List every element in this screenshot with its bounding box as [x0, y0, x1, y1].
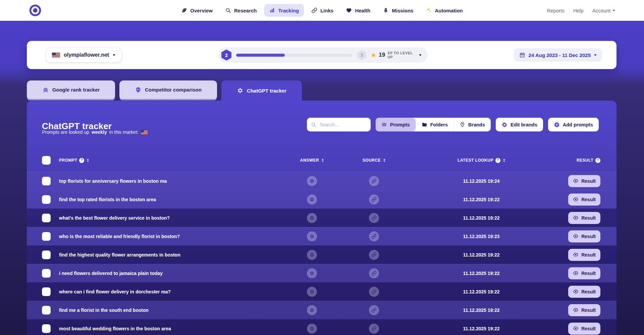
- chatgpt-answer-icon[interactable]: [307, 194, 317, 205]
- table-row: find the top rated florists in the bosto…: [27, 190, 616, 209]
- eye-icon: [573, 270, 579, 276]
- nav-item-research[interactable]: Research: [220, 4, 262, 17]
- chatgpt-answer-icon[interactable]: [307, 250, 317, 260]
- chatgpt-answer-icon[interactable]: [307, 268, 317, 278]
- row-checkbox[interactable]: [42, 287, 51, 296]
- table-row: find the highest quality flower arrangem…: [27, 245, 616, 264]
- row-checkbox[interactable]: [42, 214, 51, 222]
- col-header-prompt: PROMPT: [59, 158, 77, 163]
- col-header-latest-lookup: LATEST LOOKUP: [458, 158, 493, 163]
- nav-item-label: Missions: [392, 8, 413, 13]
- openai-icon: [237, 87, 244, 94]
- chatgpt-answer-icon[interactable]: [307, 324, 317, 334]
- result-button[interactable]: Result: [568, 323, 600, 335]
- row-checkbox[interactable]: [42, 232, 51, 241]
- reports-link[interactable]: Reports: [547, 8, 565, 13]
- source-link-icon[interactable]: [369, 231, 379, 241]
- eye-icon: [573, 215, 579, 221]
- source-link-icon[interactable]: [369, 250, 379, 260]
- main-nav: Overview Research Tracking Links Health …: [176, 0, 468, 21]
- source-link-icon[interactable]: [369, 305, 379, 315]
- brand-logo-icon[interactable]: [28, 3, 42, 17]
- eye-icon: [573, 307, 579, 313]
- view-folders[interactable]: Folders: [416, 118, 453, 131]
- result-button[interactable]: Result: [568, 230, 600, 242]
- prompt-text: where can i find flower delivery in dorc…: [57, 289, 283, 294]
- subtitle-prefix: Prompts are looked up: [42, 129, 89, 135]
- chatgpt-answer-icon[interactable]: [307, 231, 317, 241]
- help-icon[interactable]: ?: [79, 158, 84, 163]
- date-range-picker[interactable]: 24 Aug 2023 - 11 Dec 2025: [514, 48, 602, 62]
- account-menu[interactable]: Account: [592, 8, 615, 13]
- eye-icon: [573, 326, 579, 331]
- latest-lookup-time: 11.12.2025 19:22: [408, 215, 555, 221]
- help-icon[interactable]: ?: [495, 158, 500, 163]
- result-button[interactable]: Result: [568, 267, 600, 279]
- tab-google-rank-tracker[interactable]: Google rank tracker: [27, 80, 115, 99]
- nav-item-automation[interactable]: Automation: [421, 4, 468, 17]
- source-link-icon[interactable]: [369, 194, 379, 205]
- rank-chevrons-icon: [42, 87, 49, 93]
- search-input[interactable]: [319, 122, 367, 128]
- row-checkbox[interactable]: [42, 306, 51, 315]
- chatgpt-answer-icon[interactable]: [307, 305, 317, 315]
- result-button[interactable]: Result: [568, 249, 600, 261]
- source-link-icon[interactable]: [369, 268, 379, 278]
- rocket-icon: [383, 7, 389, 13]
- result-button[interactable]: Result: [568, 304, 600, 316]
- chatgpt-answer-icon[interactable]: [307, 176, 317, 186]
- pin-icon: [460, 122, 465, 127]
- nav-item-missions[interactable]: Missions: [378, 4, 418, 17]
- secondary-nav: Reports Help Account: [547, 0, 615, 21]
- view-prompts[interactable]: Prompts: [376, 118, 416, 131]
- domain-selector[interactable]: olympiaflower.net: [46, 48, 121, 62]
- row-checkbox[interactable]: [42, 195, 51, 204]
- select-all-checkbox[interactable]: [42, 156, 51, 165]
- add-prompts-button[interactable]: Add prompts: [548, 118, 599, 131]
- sort-toggle[interactable]: [87, 159, 89, 162]
- source-link-icon[interactable]: [369, 324, 379, 334]
- prompt-text: most beautiful wedding flowers in the bo…: [57, 326, 283, 331]
- sort-toggle[interactable]: [383, 159, 385, 162]
- tab-competitor-comparison[interactable]: Competitor comparison: [119, 80, 217, 99]
- nav-item-links[interactable]: Links: [306, 4, 338, 17]
- prompts-table-body: top florists for anniversary flowers in …: [27, 172, 616, 335]
- result-button[interactable]: Result: [568, 212, 600, 224]
- gear-icon: [501, 122, 507, 128]
- help-icon[interactable]: ?: [595, 158, 600, 163]
- sort-toggle[interactable]: [503, 159, 505, 162]
- prompt-text: i need flowers delivered to jamaica plai…: [57, 271, 283, 276]
- page-subtitle: Prompts are looked up weekly in this mar…: [42, 129, 148, 135]
- sort-toggle[interactable]: [322, 159, 324, 162]
- eye-icon: [573, 252, 579, 258]
- nav-item-label: Links: [320, 8, 333, 13]
- source-link-icon[interactable]: [369, 287, 379, 297]
- xp-progress-widget[interactable]: 2 3 ★ 19 XP TO LEVEL UP: [218, 47, 428, 63]
- nav-item-overview[interactable]: Overview: [176, 4, 218, 17]
- result-button[interactable]: Result: [568, 175, 600, 187]
- subtitle-suffix: in this market:: [109, 129, 139, 135]
- source-link-icon[interactable]: [369, 213, 379, 223]
- result-button[interactable]: Result: [568, 286, 600, 298]
- row-checkbox[interactable]: [42, 250, 51, 259]
- edit-brands-button[interactable]: Edit brands: [496, 118, 543, 131]
- row-checkbox[interactable]: [42, 324, 51, 333]
- source-link-icon[interactable]: [369, 176, 379, 186]
- result-button[interactable]: Result: [568, 193, 600, 206]
- chevron-down-icon: [113, 54, 115, 56]
- chatgpt-answer-icon[interactable]: [307, 213, 317, 223]
- nav-item-tracking[interactable]: Tracking: [264, 4, 304, 17]
- chatgpt-answer-icon[interactable]: [307, 287, 317, 297]
- eye-icon: [573, 233, 579, 239]
- view-switcher: Prompts Folders Brands: [376, 118, 491, 131]
- tab-chatgpt-tracker[interactable]: ChatGPT tracker: [221, 80, 302, 101]
- row-checkbox[interactable]: [42, 269, 51, 278]
- row-checkbox[interactable]: [42, 177, 51, 185]
- view-brands[interactable]: Brands: [453, 118, 491, 131]
- nav-item-label: Overview: [190, 8, 213, 13]
- nav-item-health[interactable]: Health: [341, 4, 375, 17]
- account-menu-label: Account: [592, 8, 610, 13]
- help-link[interactable]: Help: [573, 8, 584, 13]
- prompt-text: top florists for anniversary flowers in …: [57, 178, 283, 184]
- date-range-value: 24 Aug 2023 - 11 Dec 2025: [529, 52, 591, 58]
